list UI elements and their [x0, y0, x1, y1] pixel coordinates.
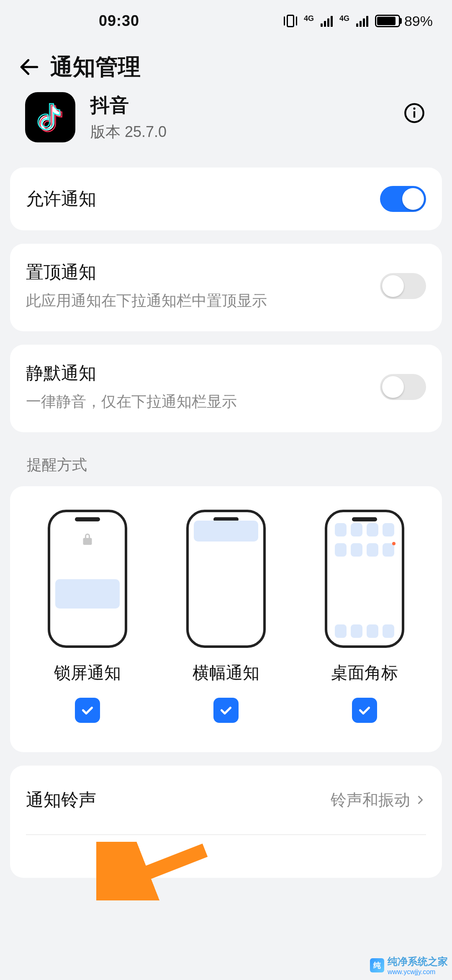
app-summary: 抖音 版本 25.7.0 — [0, 92, 452, 168]
status-bar: 09:30 4G 4G 89% — [0, 0, 452, 42]
signal-bars-1 — [321, 15, 333, 27]
banner-preview — [186, 510, 266, 648]
badge-preview — [325, 510, 404, 648]
page-title: 通知管理 — [50, 52, 141, 83]
status-time: 09:30 — [19, 12, 284, 30]
silent-notifications-toggle[interactable] — [380, 374, 426, 400]
style-option-lockscreen-check[interactable] — [75, 698, 100, 723]
info-button[interactable] — [402, 101, 427, 126]
vibrate-icon — [284, 15, 297, 27]
allow-notifications-card: 允许通知 — [10, 168, 442, 230]
style-option-lockscreen[interactable]: 锁屏通知 — [48, 510, 127, 723]
allow-notifications-toggle[interactable] — [380, 186, 426, 212]
silent-notifications-sub: 一律静音，仅在下拉通知栏显示 — [26, 392, 237, 412]
battery-percent: 89% — [404, 13, 433, 29]
reminder-style-label: 提醒方式 — [10, 446, 442, 486]
watermark: 纯 纯净系统之家 www.ycwjjy.com — [370, 955, 448, 976]
back-button[interactable] — [8, 46, 50, 88]
pin-notifications-sub: 此应用通知在下拉通知栏中置顶显示 — [26, 291, 267, 311]
signal-bars-2 — [356, 15, 368, 27]
style-option-badge[interactable]: 桌面角标 — [325, 510, 404, 723]
svg-point-3 — [413, 108, 415, 110]
style-option-badge-label: 桌面角标 — [331, 661, 398, 684]
next-row-partial[interactable]: placeholder — [10, 835, 442, 878]
watermark-icon: 纯 — [370, 958, 384, 972]
status-indicators: 4G 4G 89% — [284, 13, 433, 29]
watermark-text: 纯净系统之家 — [388, 955, 448, 968]
reminder-style-card: 锁屏通知 横幅通知 — [10, 486, 442, 752]
allow-notifications-row[interactable]: 允许通知 — [10, 168, 442, 230]
ringtone-row[interactable]: 通知铃声 铃声和振动 — [10, 766, 442, 834]
pin-notifications-toggle[interactable] — [380, 273, 426, 299]
network-type-2: 4G — [339, 15, 349, 21]
ringtone-label: 通知铃声 — [26, 788, 96, 812]
chevron-right-icon — [414, 794, 426, 806]
silent-notifications-row[interactable]: 静默通知 一律静音，仅在下拉通知栏显示 — [10, 345, 442, 432]
watermark-url: www.ycwjjy.com — [388, 968, 448, 976]
ringtone-value: 铃声和振动 — [331, 789, 410, 811]
app-icon — [25, 92, 75, 142]
lock-icon — [80, 532, 95, 551]
page-header: 通知管理 — [0, 42, 452, 92]
app-version: 版本 25.7.0 — [90, 122, 167, 142]
pin-notifications-card: 置顶通知 此应用通知在下拉通知栏中置顶显示 — [10, 244, 442, 331]
style-option-banner-check[interactable] — [213, 698, 239, 723]
silent-notifications-label: 静默通知 — [26, 361, 237, 385]
style-option-banner[interactable]: 横幅通知 — [186, 510, 266, 723]
more-settings-card: 通知铃声 铃声和振动 placeholder — [10, 766, 442, 878]
battery-indicator: 89% — [375, 13, 433, 29]
network-type-1: 4G — [304, 15, 314, 21]
silent-notifications-card: 静默通知 一律静音，仅在下拉通知栏显示 — [10, 345, 442, 432]
pin-notifications-row[interactable]: 置顶通知 此应用通知在下拉通知栏中置顶显示 — [10, 244, 442, 331]
lockscreen-preview — [48, 510, 127, 648]
style-option-lockscreen-label: 锁屏通知 — [54, 661, 121, 684]
allow-notifications-label: 允许通知 — [26, 187, 96, 211]
style-option-badge-check[interactable] — [352, 698, 377, 723]
pin-notifications-label: 置顶通知 — [26, 260, 267, 284]
style-option-banner-label: 横幅通知 — [193, 661, 259, 684]
app-name: 抖音 — [90, 93, 167, 119]
battery-fill — [377, 17, 396, 25]
